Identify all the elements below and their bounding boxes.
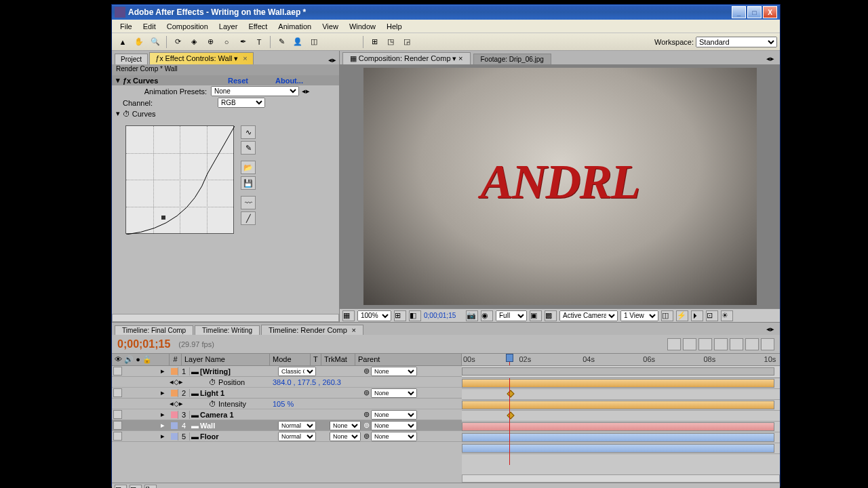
workspace-dropdown[interactable]: Standard bbox=[696, 37, 777, 47]
close-tab-icon[interactable]: × bbox=[352, 326, 356, 334]
blend-mode-dropdown[interactable]: Classic C bbox=[278, 367, 316, 376]
parent-dropdown[interactable]: None bbox=[371, 432, 417, 441]
twirl-icon[interactable]: ▸ bbox=[161, 388, 165, 397]
close-tab-icon[interactable]: × bbox=[458, 54, 462, 62]
graph-editor-icon[interactable] bbox=[761, 338, 774, 350]
camera-tool[interactable]: ◈ bbox=[186, 35, 201, 49]
rotate-tool[interactable]: ⟳ bbox=[170, 35, 185, 49]
layer-name[interactable]: ▬Light 1 bbox=[190, 389, 278, 397]
camera-dropdown[interactable]: Active Camera bbox=[559, 310, 618, 321]
selection-tool[interactable]: ▲ bbox=[115, 35, 130, 49]
menu-edit[interactable]: Edit bbox=[138, 21, 161, 32]
toggle-modes-icon[interactable]: ⊡ bbox=[130, 485, 142, 489]
label-color[interactable] bbox=[171, 433, 178, 440]
timeline-tab-0[interactable]: Timeline: Final Comp bbox=[115, 325, 193, 335]
axis-view[interactable]: ◲ bbox=[399, 35, 414, 49]
menu-effect[interactable]: Effect bbox=[243, 21, 273, 32]
always-preview-icon[interactable]: ▦ bbox=[342, 310, 355, 321]
timeline-tab-1[interactable]: Timeline: Writing bbox=[195, 325, 260, 335]
flowchart-icon[interactable]: ⊡ bbox=[706, 310, 718, 321]
titlebar[interactable]: Adobe After Effects - Writing on the Wal… bbox=[112, 5, 780, 20]
current-time-indicator[interactable] bbox=[509, 354, 510, 365]
parent-dropdown[interactable]: None bbox=[371, 421, 417, 430]
effect-header[interactable]: ▾ ƒx Curves Reset About... bbox=[112, 75, 339, 85]
pan-behind-tool[interactable]: ⊕ bbox=[203, 35, 218, 49]
close-button[interactable]: X bbox=[763, 6, 777, 18]
stopwatch-icon[interactable]: ⏱ bbox=[209, 400, 216, 408]
eraser-tool[interactable]: ◫ bbox=[307, 35, 321, 49]
layer-bar[interactable] bbox=[462, 379, 774, 388]
menu-help[interactable]: Help bbox=[381, 21, 408, 32]
col-mode[interactable]: Mode bbox=[270, 354, 311, 365]
frame-blend-icon[interactable] bbox=[714, 338, 728, 350]
viewer[interactable]: ANDRL bbox=[340, 64, 780, 308]
layer-bar[interactable] bbox=[462, 433, 774, 442]
label-color[interactable] bbox=[171, 422, 178, 429]
brush-tool[interactable]: ✎ bbox=[274, 35, 289, 49]
menu-composition[interactable]: Composition bbox=[161, 21, 214, 32]
axis-world[interactable]: ◳ bbox=[383, 35, 398, 49]
hand-tool[interactable]: ✋ bbox=[132, 35, 146, 49]
layer-name[interactable]: ▬Floor bbox=[190, 432, 278, 441]
col-number[interactable]: # bbox=[170, 354, 182, 365]
layer-bar[interactable] bbox=[462, 422, 774, 431]
hide-shy-icon[interactable] bbox=[698, 338, 712, 350]
minimize-button[interactable]: _ bbox=[732, 6, 746, 18]
parent-dropdown[interactable]: None bbox=[371, 410, 417, 420]
timeline-timecode[interactable]: 0;00;01;15 bbox=[117, 338, 170, 350]
visibility-toggle[interactable] bbox=[113, 410, 122, 419]
curve-pencil-icon[interactable]: ✎ bbox=[241, 141, 256, 155]
work-area-bar[interactable] bbox=[462, 366, 780, 378]
close-tab-icon[interactable]: × bbox=[243, 54, 247, 62]
keyframe-icon[interactable] bbox=[507, 390, 514, 397]
lock-column-icon[interactable]: 🔒 bbox=[142, 355, 152, 363]
property-value[interactable]: 105 % bbox=[270, 400, 294, 408]
stopwatch-icon[interactable]: ⏱ bbox=[209, 378, 216, 386]
tab-effect-controls[interactable]: ƒx Effect Controls: Wall ▾ × bbox=[149, 52, 253, 64]
channel-dropdown[interactable]: RGB bbox=[218, 98, 265, 108]
curve-smooth-icon[interactable]: 〰 bbox=[241, 196, 256, 209]
layer-bar[interactable] bbox=[462, 401, 774, 409]
menu-window[interactable]: Window bbox=[344, 21, 381, 32]
dropdown-icon[interactable]: ▾ bbox=[452, 54, 456, 62]
scrollbar-h[interactable] bbox=[112, 314, 339, 322]
fast-preview-icon[interactable]: ⚡ bbox=[676, 310, 688, 321]
current-time-input[interactable] bbox=[424, 310, 463, 321]
twirl-icon[interactable]: ▸ bbox=[161, 410, 165, 419]
show-channel-icon[interactable]: ◉ bbox=[481, 310, 493, 321]
layer-row[interactable]: ▸3▬Camera 1⊚None bbox=[112, 409, 462, 420]
blend-mode-dropdown[interactable]: Normal bbox=[278, 432, 316, 441]
views-dropdown[interactable]: 1 View bbox=[620, 310, 658, 321]
exposure-icon[interactable]: ☀ bbox=[721, 310, 733, 321]
layer-name[interactable]: ▬Wall bbox=[190, 422, 278, 430]
visibility-toggle[interactable] bbox=[113, 388, 122, 397]
reset-link[interactable]: Reset bbox=[228, 77, 248, 85]
panel-menu-icon[interactable]: ◂▸ bbox=[764, 323, 777, 335]
curve-point[interactable] bbox=[161, 216, 165, 220]
pickwhip-icon[interactable]: ⊚ bbox=[363, 432, 370, 441]
roi-icon[interactable]: ▣ bbox=[530, 310, 542, 321]
keyframe-nav-icon[interactable]: ◂◇▸ bbox=[170, 399, 183, 407]
col-trkmat[interactable]: TrkMat bbox=[321, 354, 355, 365]
time-ruler[interactable]: 00s 02s 04s 06s 08s 10s bbox=[462, 354, 780, 366]
solo-column-icon[interactable]: ● bbox=[136, 355, 140, 363]
about-link[interactable]: About... bbox=[275, 77, 303, 85]
dropdown-icon[interactable]: ▾ bbox=[234, 54, 238, 62]
visibility-toggle[interactable] bbox=[113, 421, 122, 430]
layer-name[interactable]: ▬[Writing] bbox=[190, 367, 278, 375]
tab-footage[interactable]: Footage: Drip_06.jpg bbox=[473, 54, 551, 64]
label-color[interactable] bbox=[171, 368, 178, 375]
layer-bar[interactable] bbox=[462, 444, 774, 453]
layer-row[interactable]: ▸2▬Light 1⊚None bbox=[112, 388, 462, 399]
maximize-button[interactable]: □ bbox=[747, 6, 762, 18]
pixel-aspect-icon[interactable]: ◫ bbox=[661, 310, 673, 321]
trkmat-dropdown[interactable]: None bbox=[330, 432, 361, 441]
clone-tool[interactable]: 👤 bbox=[290, 35, 305, 49]
visibility-toggle[interactable] bbox=[113, 432, 122, 441]
pen-tool[interactable]: ✒ bbox=[235, 35, 250, 49]
property-row[interactable]: ◂◇▸⏱ Intensity105 % bbox=[112, 399, 462, 409]
pickwhip-icon[interactable]: ⊚ bbox=[363, 367, 370, 375]
toggle-brackets-icon[interactable]: {} bbox=[144, 485, 157, 489]
audio-column-icon[interactable]: 🔊 bbox=[124, 355, 134, 363]
preset-next-icon[interactable]: ▸ bbox=[306, 87, 310, 96]
